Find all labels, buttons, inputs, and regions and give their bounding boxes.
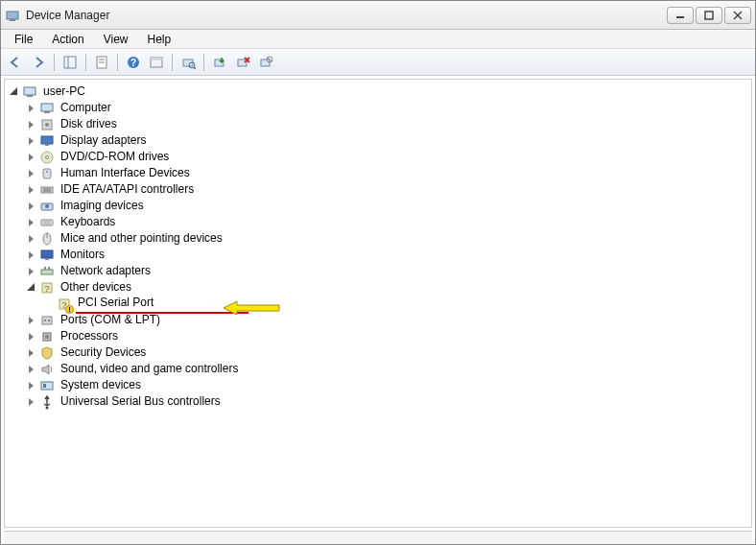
tree-node-label[interactable]: Display adapters (59, 132, 148, 149)
minimize-button[interactable] (667, 7, 694, 24)
tree-node-label[interactable]: Disk drives (59, 116, 119, 132)
expander-closed[interactable] (24, 151, 37, 164)
svg-rect-31 (41, 136, 53, 144)
svg-rect-61 (41, 382, 53, 390)
cpu-icon (39, 329, 55, 344)
sound-icon (39, 362, 55, 377)
tree-node[interactable]: Security Devices (7, 344, 749, 361)
menu-help[interactable]: Help (138, 31, 181, 48)
svg-point-58 (48, 320, 50, 321)
other-icon: ? (39, 280, 55, 296)
toolbar-separator (85, 54, 86, 71)
expander-closed[interactable] (24, 200, 37, 213)
tree-node[interactable]: Human Interface Devices (7, 165, 749, 181)
expander-closed[interactable] (24, 183, 37, 197)
tree-node[interactable]: Universal Serial Bus controllers (7, 393, 749, 410)
security-icon (39, 345, 55, 361)
menu-view[interactable]: View (94, 31, 138, 48)
tree-node[interactable]: Keyboards (7, 214, 749, 230)
tree-node-label[interactable]: Ports (COM & LPT) (59, 312, 162, 328)
svg-rect-50 (44, 267, 46, 270)
expander-closed[interactable] (24, 232, 37, 246)
tree-node-label[interactable]: Universal Serial Bus controllers (59, 393, 223, 410)
tree-node-label[interactable]: Imaging devices (59, 198, 146, 214)
expander-closed[interactable] (24, 346, 37, 360)
expander-closed[interactable] (24, 265, 37, 278)
svg-line-17 (194, 67, 196, 69)
expander-closed[interactable] (24, 379, 37, 392)
expander-closed[interactable] (24, 249, 37, 262)
tree-node-label[interactable]: IDE ATA/ATAPI controllers (59, 181, 196, 198)
tree-node-label[interactable]: Other devices (59, 279, 133, 296)
disk-icon (39, 117, 55, 132)
close-button[interactable] (724, 7, 751, 24)
toolbar: ? (1, 49, 755, 76)
action-button[interactable] (146, 52, 167, 73)
tree-node-label[interactable]: Sound, video and game controllers (59, 361, 240, 377)
tree-node-label[interactable]: Mice and other pointing devices (59, 230, 224, 247)
tree-node[interactable]: DVD/CD-ROM drives (7, 149, 749, 165)
disable-button[interactable] (255, 52, 276, 73)
tree-root-node[interactable]: user-PC (7, 83, 749, 100)
maximize-button[interactable] (696, 7, 722, 24)
tree-node-label[interactable]: System devices (59, 377, 143, 393)
tree-node[interactable]: Mice and other pointing devices (7, 230, 749, 247)
update-driver-button[interactable] (209, 52, 230, 73)
expander-closed[interactable] (24, 395, 37, 409)
tree-node-label[interactable]: PCI Serial Port (76, 296, 155, 309)
expander-closed[interactable] (24, 102, 37, 115)
help-button[interactable]: ? (123, 52, 144, 73)
tree-node[interactable]: Sound, video and game controllers (7, 361, 749, 377)
tree-node-label[interactable]: Network adapters (59, 263, 153, 279)
tree-node-label[interactable]: Computer (59, 100, 113, 116)
expander-closed[interactable] (24, 118, 37, 131)
expander-closed[interactable] (24, 216, 37, 229)
svg-rect-42 (41, 220, 53, 225)
tree-node-label[interactable]: Processors (59, 328, 120, 344)
svg-rect-0 (7, 12, 18, 19)
tree-node-label[interactable]: Monitors (59, 247, 106, 263)
expander-closed[interactable] (24, 363, 37, 376)
tree-node[interactable]: Ports (COM & LPT) (7, 312, 749, 328)
tree-node[interactable]: IDE ATA/ATAPI controllers (7, 181, 749, 198)
svg-point-30 (45, 123, 49, 127)
expander-open[interactable] (24, 281, 37, 295)
properties-button[interactable] (91, 52, 112, 73)
tree-node[interactable]: Monitors (7, 247, 749, 263)
expander-closed[interactable] (24, 330, 37, 344)
tree-node[interactable]: Display adapters (7, 132, 749, 149)
tree-node[interactable]: Imaging devices (7, 198, 749, 214)
statusbar (4, 531, 752, 545)
hid-icon (39, 166, 55, 181)
tree-node[interactable]: Network adapters (7, 263, 749, 279)
svg-rect-37 (41, 187, 53, 193)
expander-closed[interactable] (41, 297, 55, 311)
tree-node[interactable]: Processors (7, 328, 749, 344)
imaging-icon (39, 199, 55, 214)
expander-closed[interactable] (24, 134, 37, 148)
back-button[interactable] (5, 52, 26, 73)
expander-closed[interactable] (24, 314, 37, 327)
tree-node[interactable]: ?!PCI Serial Port (7, 296, 749, 312)
tree-node-label[interactable]: Human Interface Devices (59, 165, 192, 181)
expander-closed[interactable] (24, 167, 37, 180)
tree-node-label[interactable]: DVD/CD-ROM drives (59, 149, 171, 165)
tree-node[interactable]: Disk drives (7, 116, 749, 132)
svg-point-36 (46, 171, 48, 173)
forward-button[interactable] (28, 52, 49, 73)
uninstall-button[interactable] (232, 52, 253, 73)
expander-open[interactable] (7, 85, 20, 99)
tree-node-label[interactable]: Security Devices (59, 344, 148, 361)
tree-node[interactable]: ?Other devices (7, 279, 749, 296)
tree-root-label[interactable]: user-PC (41, 83, 87, 100)
device-tree-panel[interactable]: user-PCComputerDisk drivesDisplay adapte… (4, 79, 752, 528)
show-hide-tree-button[interactable] (59, 52, 81, 73)
svg-rect-48 (45, 258, 49, 260)
menu-file[interactable]: File (5, 31, 42, 48)
menu-action[interactable]: Action (42, 31, 93, 48)
scan-hardware-button[interactable] (177, 52, 199, 73)
titlebar: Device Manager (1, 1, 755, 30)
tree-node[interactable]: System devices (7, 377, 749, 393)
tree-node[interactable]: Computer (7, 100, 749, 116)
tree-node-label[interactable]: Keyboards (59, 214, 117, 230)
